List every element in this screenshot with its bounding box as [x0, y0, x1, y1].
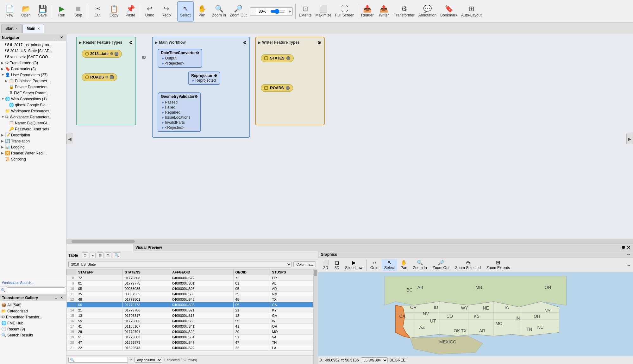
writer-button[interactable]: 📤 Writer	[376, 1, 392, 22]
zoom-plus-button[interactable]: +	[287, 8, 292, 15]
reprojector-transformer[interactable]: Reprojector ⚙ ▶Reprojected	[187, 70, 246, 86]
zoom-out-button[interactable]: 🔎 Zoom Out	[228, 1, 248, 22]
vp-close-icon[interactable]: ✕	[627, 245, 630, 250]
gallery-item-embedded[interactable]: ⚙ Embedded Transfor...	[0, 314, 66, 320]
nav-item-logging[interactable]: ▶ 📊 Logging	[0, 144, 66, 150]
graphics-zoom-out-button[interactable]: 🔎 Zoom Out	[430, 259, 452, 271]
canvas-scroll-left[interactable]: ◀	[66, 134, 73, 144]
tab-start-close[interactable]: ✕	[15, 27, 18, 30]
zoom-slider[interactable]	[270, 9, 285, 14]
graphics-pan-button[interactable]: ✋ Pan	[398, 259, 410, 271]
nav-item-workspace-resources[interactable]: 📁 Workspace Resources	[0, 108, 66, 114]
canvas-hscrollbar[interactable]	[66, 239, 633, 243]
graphics-2d-button[interactable]: ⬜ 2D	[320, 259, 331, 271]
redo-button[interactable]: ↪ Redo	[158, 1, 174, 22]
nav-item-description[interactable]: ▶ 📝 Description	[0, 132, 66, 138]
vp-expand-icon[interactable]: ⊞	[622, 245, 625, 250]
table-row[interactable]: 17 41 01155107 0400000US41 41 OR	[67, 324, 313, 329]
graphics-expand-icon[interactable]: ↔	[626, 252, 630, 257]
bookmark-button[interactable]: 🔖 Bookmark	[438, 1, 459, 22]
gallery-item-search-results[interactable]: 🔍 Search Results	[0, 332, 66, 338]
nav-item-password-param[interactable]: 🔑 Password: <not set>	[0, 126, 66, 132]
vp-table-icon4[interactable]: ⊙	[105, 252, 111, 258]
maximize-button[interactable]: ⬜ Maximize	[313, 1, 333, 22]
table-row[interactable]: 10 05 00068085 0400000US05 05 AR	[67, 286, 313, 292]
col-affgeoid[interactable]: AFFGEOID	[170, 269, 233, 275]
navigator-close-button[interactable]: ✕	[59, 35, 64, 40]
navigator-minimize-button[interactable]: –	[54, 35, 58, 40]
graphics-3d-button[interactable]: ◻ 3D	[332, 259, 342, 271]
nav-item-translation[interactable]: ▶ 🔄 Translation	[0, 138, 66, 144]
reader-button[interactable]: 📥 Reader	[359, 1, 376, 22]
table-row[interactable]: 18 29 01779791 0400000US29 29 MO	[67, 329, 313, 335]
transformer-button[interactable]: ⚙ Transformer	[392, 1, 417, 22]
nav-item-state2018[interactable]: 🗺 2018_US_State [SHAP...	[0, 48, 66, 54]
cut-button[interactable]: ✂ Cut	[89, 1, 106, 22]
graphics-zoom-extents-button[interactable]: ⊞ Zoom Extents	[484, 259, 512, 271]
canvas-hscroll-thumb[interactable]	[72, 240, 135, 243]
nav-item-scripting[interactable]: 📜 Scripting	[0, 156, 66, 162]
table-row[interactable]: 21 22 01629543 0400000US22 22 LA	[67, 345, 313, 351]
datetime-transformer[interactable]: DateTimeConverter ⚙ ▶Output ▶<Rejected>	[156, 47, 246, 69]
nav-item-web-connections[interactable]: ▼ 🌐 Web Connections (1)	[0, 96, 66, 102]
writer-node-states[interactable]: STATES	[261, 54, 319, 62]
nav-item-gfischl-google[interactable]: 🌐 gfischl Google Big...	[0, 102, 66, 108]
graphics-select-button[interactable]: ↖ Select	[382, 259, 397, 271]
columns-button[interactable]: Columns...	[293, 261, 316, 267]
gallery-close-button[interactable]: ✕	[59, 295, 64, 300]
graphics-collapse-icon[interactable]: ↔	[627, 263, 631, 268]
table-row[interactable]: 8 72 01779808 0400000US72 72 PR	[67, 275, 313, 281]
table-row[interactable]: 11 35 00897535 0400000US35 35 NM	[67, 292, 313, 297]
reader-node-state[interactable]: 2018...tate ⚙	[82, 50, 130, 58]
tab-main-close[interactable]: ✕	[37, 27, 40, 30]
col-statens[interactable]: STATENS	[123, 269, 170, 275]
vp-table-icon2[interactable]: ≡	[90, 253, 95, 258]
writer-node-roads[interactable]: ROADS	[261, 84, 319, 92]
nav-item-fme-server-params[interactable]: 🖥 FME Server Param...	[0, 90, 66, 96]
stop-button[interactable]: ⏹ Stop	[70, 1, 86, 22]
graphics-orbit-button[interactable]: ○ Orbit	[368, 259, 381, 271]
new-button[interactable]: 📄 New	[1, 1, 18, 22]
table-row[interactable]: 13 06 01779778 0400000US06 06 CA	[67, 302, 313, 308]
nav-item-name-param[interactable]: 📋 Name: BigQueryGl...	[0, 120, 66, 126]
map-container[interactable]: CA AZ NV UT CO KS MO IN OH NY AR OK MEXI…	[318, 273, 633, 356]
column-filter-select[interactable]: any column	[135, 357, 162, 363]
col-geoid[interactable]: GEOID	[233, 269, 270, 275]
nav-item-tl2017[interactable]: 🗺 tl_2017_us_primaryroa...	[0, 42, 66, 48]
graphics-zoom-in-button[interactable]: 🔍 Zoom In	[411, 259, 429, 271]
graphics-zoom-selected-button[interactable]: ⊕ Zoom Selected	[453, 259, 483, 271]
table-row[interactable]: 12 48 01779801 0400000US48 48 TX	[67, 297, 313, 302]
nav-item-bookmarks[interactable]: ▶ 🔖 Bookmarks (3)	[0, 66, 66, 72]
table-row[interactable]: 16 55 01779806 0400000US55 55 WI	[67, 318, 313, 324]
auto-layout-button[interactable]: ⊞ Auto-Layout	[459, 1, 484, 22]
zoom-in-button[interactable]: 🔍 Zoom In	[210, 1, 228, 22]
nav-item-reader-writer[interactable]: ▶ 🔀 Reader/Writer Redi...	[0, 150, 66, 156]
nav-item-notset[interactable]: 🗺 <not set> [SAFE.GOO...	[0, 54, 66, 60]
fullscreen-button[interactable]: ⛶ Full Screen	[333, 1, 356, 22]
table-row[interactable]: 20 47 01325873 0400000US47 47 TN	[67, 340, 313, 345]
gallery-item-all[interactable]: 📦 All (548)	[0, 302, 66, 308]
crs-select[interactable]: LL-WGS84	[361, 357, 388, 363]
run-button[interactable]: ▶ Run	[53, 1, 70, 22]
table-row[interactable]: 9 01 01779775 0400000US01 01 AL	[67, 281, 313, 286]
reader-node-roads[interactable]: ROADS ⚙	[82, 73, 130, 81]
pan-button[interactable]: ✋ Pan	[194, 1, 210, 22]
extents-button[interactable]: ⊡ Extents	[297, 1, 313, 22]
gallery-minimize-button[interactable]: –	[54, 295, 58, 300]
dataset-select[interactable]: 2018_US_State	[68, 261, 291, 267]
table-row[interactable]: 14 21 01779786 0400000US21 21 KY	[67, 308, 313, 313]
navigator-search-input[interactable]	[7, 287, 65, 293]
tab-start[interactable]: Start ✕	[1, 24, 22, 33]
zoom-value-input[interactable]	[256, 9, 269, 14]
reader-box-gear[interactable]: ⚙	[129, 40, 133, 45]
table-search-input[interactable]	[76, 358, 126, 362]
table-row[interactable]: 19 51 01779803 0400000US51 51 VA	[67, 335, 313, 340]
col-stusps[interactable]: STUSPS	[270, 269, 313, 275]
col-statefp[interactable]: STATEFP	[76, 269, 123, 275]
workspace-search-link[interactable]: Workspace Search...	[2, 281, 34, 285]
nav-item-transformers[interactable]: ▶ ⚙ Transformers (3)	[0, 60, 66, 66]
save-button[interactable]: 💾 Save	[34, 1, 51, 22]
copy-button[interactable]: 📋 Copy	[106, 1, 122, 22]
zoom-minus-button[interactable]: –	[250, 8, 256, 15]
geomval-transformer[interactable]: GeometryValidator ⚙ ▶Passed ▶Failed ▶Rep…	[156, 91, 246, 133]
